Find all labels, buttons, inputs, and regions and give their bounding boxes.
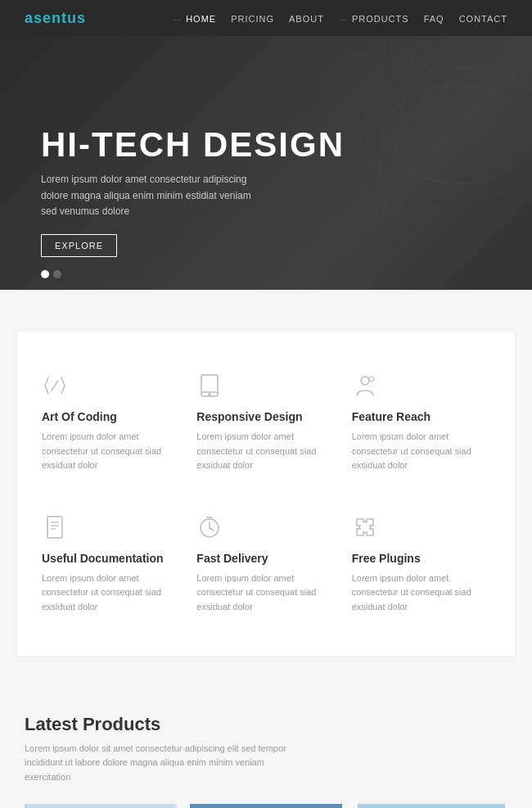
feature-desc-6: Lorem ipsum dolor amet consectetur ut co…	[352, 571, 490, 615]
hero-title: HI-TECH DESIGN	[41, 128, 345, 162]
products-title: Latest Products	[25, 714, 507, 735]
features-section: Art Of Coding Lorem ipsum dolor amet con…	[16, 331, 516, 657]
product-image-curved	[190, 804, 342, 808]
product-image-green	[355, 804, 507, 808]
svg-rect-39	[358, 804, 505, 808]
nav-item-contact[interactable]: CONTACT	[459, 11, 507, 25]
feature-title-3: Feature Reach	[352, 410, 490, 423]
tablet-icon	[196, 372, 226, 402]
nav-link-contact[interactable]: CONTACT	[459, 14, 507, 24]
nav-item-pricing[interactable]: PRICING	[231, 11, 274, 25]
feature-documentation: Useful Documentation Lorem ipsum dolor a…	[42, 506, 180, 623]
products-section: Latest Products Lorem ipsum dolor sit am…	[0, 689, 532, 808]
feature-art-of-coding: Art Of Coding Lorem ipsum dolor amet con…	[42, 364, 180, 481]
triangle-svg	[25, 804, 177, 808]
nav-item-home[interactable]: HOME	[173, 11, 216, 25]
doc-icon	[42, 514, 71, 544]
product-card-green: Bird On Green DESIGN Lorem ipsum dolor s…	[355, 804, 507, 808]
nav-link-home[interactable]: HOME	[186, 14, 216, 24]
user-icon	[352, 372, 381, 402]
feature-desc-3: Lorem ipsum dolor amet consectetur ut co…	[352, 430, 490, 473]
product-card-curved: Curved Corners DEVELOPMENT Lorem ipsum d…	[190, 804, 342, 808]
feature-responsive-design: Responsive Design Lorem ipsum dolor amet…	[196, 364, 335, 481]
products-grid: Triangle Roof MANAGEMENT Lorem ipsum dol…	[25, 804, 507, 808]
feature-title-1: Art Of Coding	[42, 410, 180, 423]
nav-link-about[interactable]: ABOUT	[289, 14, 324, 24]
nav-link-pricing[interactable]: PRICING	[231, 14, 274, 24]
hero-dots	[41, 270, 61, 278]
svg-rect-31	[192, 804, 340, 808]
svg-point-15	[361, 377, 369, 385]
logo-text: sentus	[34, 10, 86, 26]
logo[interactable]: asentus	[25, 10, 86, 27]
nav-item-faq[interactable]: FAQ	[424, 11, 444, 25]
feature-desc-5: Lorem ipsum dolor amet consectetur ut co…	[196, 571, 335, 615]
products-subtitle: Lorem ipsum dolor sit amet consectetur a…	[25, 742, 286, 785]
feature-desc-1: Lorem ipsum dolor amet consectetur ut co…	[42, 430, 180, 473]
svg-rect-17	[47, 517, 62, 538]
product-image-triangle	[25, 804, 177, 808]
features-grid: Art Of Coding Lorem ipsum dolor amet con…	[42, 364, 490, 623]
nav-links: HOME PRICING ABOUT PRODUCTS FAQ CONTACT	[173, 11, 507, 25]
explore-button[interactable]: EXPLORE	[41, 234, 117, 257]
logo-accent: a	[25, 10, 34, 26]
product-card-triangle: Triangle Roof MANAGEMENT Lorem ipsum dol…	[25, 804, 177, 808]
hero-section: HI-TECH DESIGN Lorem ipsum dolor amet co…	[0, 36, 532, 290]
hero-content: HI-TECH DESIGN Lorem ipsum dolor amet co…	[41, 128, 345, 257]
feature-desc-2: Lorem ipsum dolor amet consectetur ut co…	[196, 430, 335, 473]
svg-point-14	[209, 394, 210, 395]
feature-title-5: Fast Delivery	[196, 552, 335, 565]
hero-subtitle: Lorem ipsum dolor amet consectetur adipi…	[41, 172, 254, 219]
navbar: asentus HOME PRICING ABOUT PRODUCTS FAQ …	[0, 0, 532, 36]
nav-item-products[interactable]: PRODUCTS	[339, 11, 409, 25]
dot-2[interactable]	[53, 270, 61, 278]
puzzle-icon	[352, 514, 381, 544]
nav-link-faq[interactable]: FAQ	[424, 14, 444, 24]
feature-reach: Feature Reach Lorem ipsum dolor amet con…	[352, 364, 490, 481]
nav-item-about[interactable]: ABOUT	[289, 11, 324, 25]
svg-rect-25	[27, 804, 174, 808]
feature-desc-4: Lorem ipsum dolor amet consectetur ut co…	[42, 571, 180, 615]
feature-fast-delivery: Fast Delivery Lorem ipsum dolor amet con…	[196, 506, 335, 623]
feature-free-plugins: Free Plugins Lorem ipsum dolor amet cons…	[352, 506, 490, 623]
svg-line-11	[52, 381, 58, 390]
dot-1[interactable]	[41, 270, 49, 278]
feature-title-6: Free Plugins	[352, 552, 490, 565]
feature-title-4: Useful Documentation	[42, 552, 180, 565]
green-svg	[355, 804, 507, 808]
svg-point-16	[369, 377, 374, 381]
curved-svg	[190, 804, 342, 808]
svg-line-23	[210, 528, 214, 530]
code-icon	[42, 372, 71, 402]
nav-link-products[interactable]: PRODUCTS	[352, 14, 409, 24]
feature-title-2: Responsive Design	[196, 410, 335, 423]
clock-icon	[196, 514, 226, 544]
